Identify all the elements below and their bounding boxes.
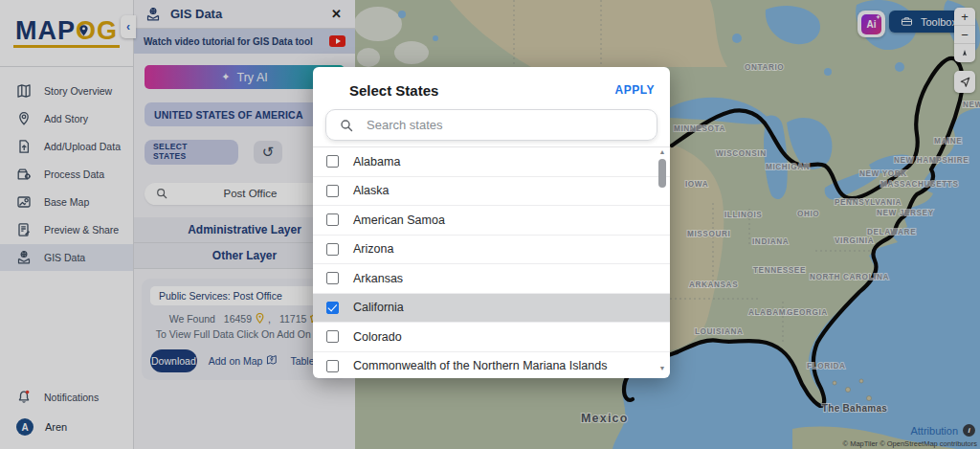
state-label: Commonwealth of the Northern Mariana Isl… bbox=[353, 359, 607, 372]
checkbox[interactable] bbox=[326, 302, 339, 314]
modal-scrollbar[interactable]: ▲ ▼ bbox=[657, 147, 668, 373]
modal-title: Select States bbox=[349, 82, 612, 99]
state-label: Arkansas bbox=[353, 272, 403, 285]
checkbox[interactable] bbox=[326, 185, 339, 197]
app-window: ONTARIO MINNESOTA WISCONSIN MICHIGAN IOW… bbox=[0, 0, 980, 449]
modal-header: Select States APPLY bbox=[313, 67, 670, 108]
state-row-arizona[interactable]: Arizona bbox=[313, 236, 670, 265]
state-label: Alaska bbox=[353, 184, 390, 197]
scrollbar-thumb[interactable] bbox=[658, 159, 666, 188]
state-row-arkansas[interactable]: Arkansas bbox=[313, 264, 670, 294]
state-row-alabama[interactable]: Alabama bbox=[313, 147, 670, 177]
state-label: California bbox=[353, 301, 404, 314]
apply-button[interactable]: APPLY bbox=[612, 81, 658, 99]
checkbox[interactable] bbox=[326, 243, 339, 256]
state-row-american-samoa[interactable]: American Samoa bbox=[313, 206, 670, 236]
scroll-up-icon[interactable]: ▲ bbox=[657, 147, 668, 157]
state-search-input[interactable] bbox=[365, 117, 643, 133]
select-states-modal: Select States APPLY Alabama Alaska Ameri… bbox=[313, 67, 670, 378]
state-list: Alabama Alaska American Samoa Arizona Ar… bbox=[313, 146, 670, 378]
checkbox[interactable] bbox=[326, 330, 339, 343]
checkbox[interactable] bbox=[326, 272, 339, 284]
state-label: Arizona bbox=[353, 242, 393, 256]
state-row-northern-mariana-islands[interactable]: Commonwealth of the Northern Mariana Isl… bbox=[313, 352, 670, 379]
state-label: Colorado bbox=[353, 330, 402, 344]
state-row-colorado[interactable]: Colorado bbox=[313, 323, 670, 352]
state-search-box[interactable] bbox=[325, 109, 657, 141]
checkbox[interactable] bbox=[326, 213, 339, 226]
state-row-alaska[interactable]: Alaska bbox=[313, 177, 670, 207]
checkbox[interactable] bbox=[326, 155, 339, 168]
search-icon bbox=[340, 119, 353, 132]
state-row-california[interactable]: California bbox=[313, 294, 670, 324]
state-label: American Samoa bbox=[353, 213, 445, 227]
scroll-down-icon[interactable]: ▼ bbox=[657, 364, 668, 373]
checkbox[interactable] bbox=[326, 360, 339, 372]
state-label: Alabama bbox=[353, 155, 400, 168]
